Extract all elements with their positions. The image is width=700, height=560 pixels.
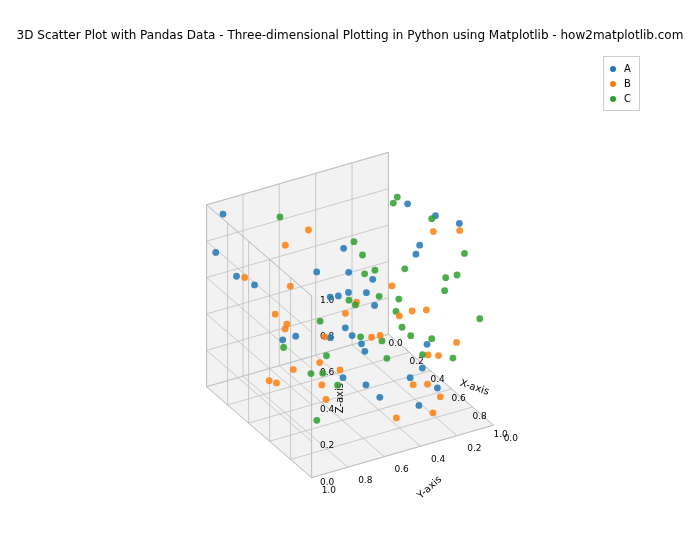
data-point bbox=[416, 242, 423, 249]
svg-text:0.6: 0.6 bbox=[395, 464, 410, 474]
data-point bbox=[357, 333, 364, 340]
data-point bbox=[327, 294, 334, 301]
data-point bbox=[273, 380, 280, 387]
svg-text:0.4: 0.4 bbox=[431, 454, 446, 464]
data-point bbox=[323, 396, 330, 403]
data-point bbox=[383, 355, 390, 362]
data-point bbox=[323, 352, 330, 359]
data-point bbox=[476, 315, 483, 322]
data-point bbox=[454, 272, 461, 279]
data-point bbox=[313, 268, 320, 275]
data-point bbox=[450, 355, 457, 362]
data-point bbox=[337, 367, 344, 374]
data-point bbox=[358, 340, 365, 347]
data-point bbox=[399, 324, 406, 331]
data-point bbox=[251, 282, 258, 289]
data-point bbox=[318, 382, 325, 389]
data-point bbox=[456, 227, 463, 234]
data-point bbox=[272, 311, 279, 318]
data-point bbox=[394, 194, 401, 201]
data-point bbox=[404, 200, 411, 207]
figure: 3D Scatter Plot with Pandas Data - Three… bbox=[0, 0, 700, 560]
data-point bbox=[419, 365, 426, 372]
legend-label: A bbox=[624, 61, 631, 76]
svg-text:0.8: 0.8 bbox=[473, 411, 488, 421]
data-point bbox=[212, 249, 219, 256]
data-point bbox=[419, 351, 426, 358]
data-point bbox=[308, 370, 315, 377]
data-point bbox=[351, 238, 358, 245]
data-point bbox=[393, 415, 400, 422]
data-point bbox=[369, 276, 376, 283]
data-point bbox=[376, 394, 383, 401]
data-point bbox=[345, 289, 352, 296]
data-point bbox=[346, 297, 353, 304]
svg-text:0.0: 0.0 bbox=[504, 433, 519, 443]
data-point bbox=[442, 274, 449, 281]
svg-text:0.8: 0.8 bbox=[358, 475, 373, 485]
data-point bbox=[376, 293, 383, 300]
data-point bbox=[335, 293, 342, 300]
data-point bbox=[416, 402, 423, 409]
data-point bbox=[437, 393, 444, 400]
data-point bbox=[313, 417, 320, 424]
svg-text:0.6: 0.6 bbox=[452, 393, 467, 403]
data-point bbox=[282, 326, 289, 333]
data-point bbox=[266, 377, 273, 384]
svg-text:0.2: 0.2 bbox=[467, 443, 481, 453]
data-point bbox=[423, 307, 430, 314]
data-point bbox=[407, 332, 414, 339]
data-point bbox=[372, 267, 379, 274]
data-point bbox=[305, 227, 312, 234]
data-point bbox=[453, 339, 460, 346]
data-point bbox=[390, 200, 397, 207]
data-point bbox=[361, 348, 368, 355]
data-point bbox=[401, 265, 408, 272]
data-point bbox=[461, 250, 468, 257]
data-point bbox=[371, 302, 378, 309]
data-point bbox=[349, 332, 356, 339]
data-point bbox=[321, 333, 328, 340]
svg-text:1.0: 1.0 bbox=[322, 485, 337, 495]
data-point bbox=[396, 313, 403, 320]
data-point bbox=[395, 296, 402, 303]
data-point bbox=[342, 310, 349, 317]
data-point bbox=[345, 269, 352, 276]
svg-text:0.0: 0.0 bbox=[320, 477, 335, 487]
data-point bbox=[361, 270, 368, 277]
svg-text:0.0: 0.0 bbox=[389, 338, 404, 348]
data-point bbox=[282, 242, 289, 249]
data-point bbox=[287, 283, 294, 290]
data-point bbox=[428, 215, 435, 222]
data-point bbox=[368, 334, 375, 341]
dot-icon bbox=[610, 66, 616, 72]
data-point bbox=[441, 287, 448, 294]
data-point bbox=[317, 318, 324, 325]
data-point bbox=[410, 381, 417, 388]
data-point bbox=[334, 382, 341, 389]
data-point bbox=[363, 289, 370, 296]
svg-text:0.2: 0.2 bbox=[320, 440, 334, 450]
y-axis-label: Y-axis bbox=[414, 473, 443, 501]
data-point bbox=[430, 228, 437, 235]
data-point bbox=[280, 344, 287, 351]
data-point bbox=[363, 382, 370, 389]
data-point bbox=[434, 385, 441, 392]
data-point bbox=[220, 211, 227, 218]
data-point bbox=[407, 374, 414, 381]
data-point bbox=[319, 370, 326, 377]
data-point bbox=[340, 374, 347, 381]
legend-item-a: A bbox=[610, 61, 631, 76]
data-point bbox=[316, 359, 323, 366]
data-point bbox=[277, 214, 284, 221]
data-point bbox=[342, 324, 349, 331]
data-point bbox=[279, 336, 286, 343]
data-point bbox=[377, 332, 384, 339]
data-point bbox=[241, 274, 248, 281]
svg-text:0.4: 0.4 bbox=[431, 374, 446, 384]
data-point bbox=[409, 308, 416, 315]
data-point bbox=[413, 251, 420, 258]
data-point bbox=[352, 302, 359, 309]
data-point bbox=[428, 335, 435, 342]
data-point bbox=[424, 341, 431, 348]
